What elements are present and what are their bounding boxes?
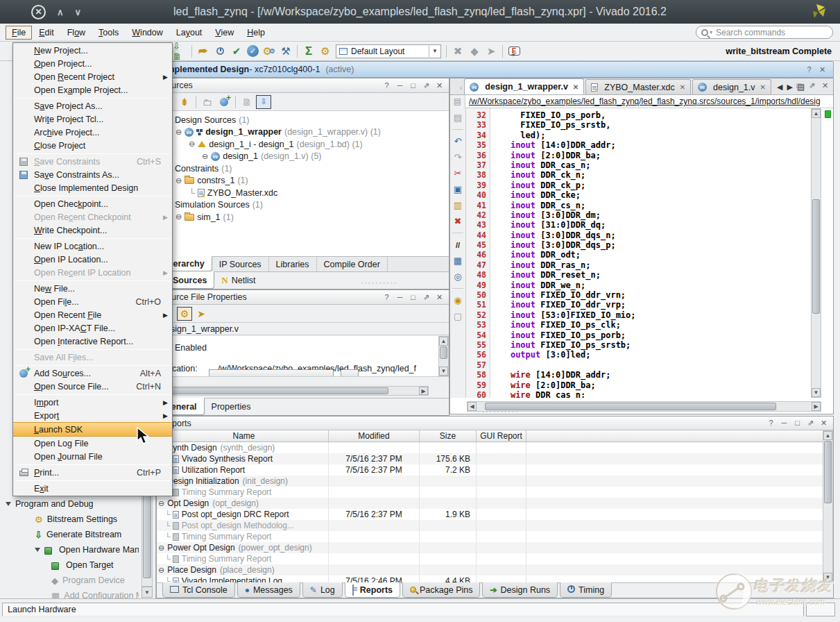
close-icon[interactable]: ✕ (434, 292, 445, 303)
bottom-tab-design-runs[interactable]: ➔Design Runs (482, 582, 558, 598)
dock-tab-netlist[interactable]: NNetlist (214, 272, 262, 289)
tab-ip-sources[interactable]: IP Sources (212, 257, 269, 271)
tab-compile-order[interactable]: Compile Order (317, 257, 388, 271)
splitter-handle[interactable]: ·········· (482, 408, 519, 416)
group-expander-icon[interactable]: ⊖ (158, 544, 164, 553)
layout-selector[interactable]: Default Layout ▼ (336, 44, 441, 58)
undo-icon[interactable]: ↶ (450, 133, 465, 149)
block-select-icon[interactable]: ▦ (450, 253, 465, 269)
maximize-icon[interactable]: □ (792, 418, 803, 428)
float-icon[interactable]: ⇗ (421, 292, 431, 303)
find-icon[interactable]: ◎ (450, 269, 465, 285)
settings-gears-icon[interactable]: ⚙⚙ (262, 44, 277, 59)
menu-edit[interactable]: Edit (33, 26, 60, 40)
float-icon[interactable]: ⇗ (807, 81, 817, 91)
bottom-tab-package-pins[interactable]: Package Pins (402, 582, 480, 598)
report-row[interactable]: └Vivado Implementation Log7/5/16 2:46 PM… (157, 575, 823, 582)
menu-item-exit[interactable]: Exit (13, 482, 172, 495)
paste-icon[interactable]: ▥ (450, 197, 465, 213)
editor-tab-zybo-master-xdc[interactable]: ZYBO_Master.xdc✕ (585, 79, 691, 94)
column-header-size[interactable]: Size (420, 430, 477, 442)
report-row[interactable]: └Vivado Synthesis Report7/5/16 2:37 PM17… (157, 453, 823, 464)
bottom-tab-timing[interactable]: Timing (560, 582, 612, 598)
menu-item-open-example-project[interactable]: Open Example Project... (13, 83, 172, 96)
tree-item-zybo-master-xdc[interactable]: └ZYBO_Master.xdc (157, 187, 449, 199)
menu-file[interactable]: File (6, 26, 32, 40)
bottom-tab-messages[interactable]: ●Messages (237, 582, 300, 598)
tree-item-design-sources[interactable]: Design Sources(1) (157, 114, 449, 126)
report-group-row[interactable]: ⊖Synth Design(synth_design) (157, 442, 823, 453)
menu-item-archive-project[interactable]: Archive Project... (13, 126, 172, 139)
run-stopwatch-icon[interactable] (212, 44, 228, 59)
tree-expander-icon[interactable]: ⊖ (175, 176, 182, 185)
expander-triangle-icon[interactable] (35, 548, 40, 555)
editor-tab-design-1-wrapper-v[interactable]: design_1_wrapper.v✕ (464, 78, 584, 94)
close-tab-icon[interactable]: ✕ (573, 83, 578, 91)
tree-item-simulation-sources[interactable]: Simulation Sources(1) (157, 199, 449, 212)
help-icon[interactable]: ? (766, 418, 776, 428)
bottom-tab-tcl-console[interactable]: Tcl Console (162, 582, 235, 598)
splitter-handle[interactable]: ·········· (361, 279, 397, 287)
flow-nav-program-and-debug[interactable]: Program and Debug (0, 497, 139, 511)
menu-item-export[interactable]: Export▶ (13, 409, 172, 422)
group-expander-icon[interactable]: ⊖ (158, 566, 164, 575)
menu-item-write-checkpoint[interactable]: Write Checkpoint... (13, 224, 172, 237)
close-tab-icon[interactable]: ✕ (680, 83, 685, 91)
minimize-icon[interactable]: ─ (395, 292, 405, 303)
report-group-row[interactable]: ⊖Opt Design(opt_design) (157, 498, 823, 509)
report-sum-icon[interactable]: Σ (301, 44, 316, 59)
flow-nav-open-hardware-manage[interactable]: Open Hardware Manage (0, 543, 139, 557)
close-icon[interactable]: ✕ (820, 81, 830, 91)
properties-gear-icon[interactable]: ⚙ (177, 307, 192, 321)
menu-window[interactable]: Window (126, 26, 169, 40)
tree-item-constraints[interactable]: Constraints(1) (157, 162, 449, 175)
expander-triangle-icon[interactable] (6, 502, 11, 509)
float-icon[interactable]: ⇗ (805, 418, 816, 428)
report-row[interactable]: └Timing Summary Report (157, 531, 823, 542)
tree-item-design-1-i-design-1[interactable]: ⊖design_1_i - design_1(design_1.bd) (1) (157, 138, 449, 151)
tab-scroll-left-icon[interactable]: ‹ (460, 84, 462, 94)
menu-item-launch-sdk[interactable]: Launch SDK (13, 422, 172, 437)
tree-expander-icon[interactable]: ⊖ (189, 140, 195, 149)
maximize-icon[interactable]: □ (794, 81, 804, 91)
prev-file-icon[interactable]: ◀ (777, 83, 782, 92)
maximize-icon[interactable]: □ (408, 81, 418, 91)
window-close-icon[interactable]: ✕ (31, 5, 46, 19)
reports-vscrollbar[interactable]: ▲ ▼ (823, 430, 833, 582)
menu-item-open-recent-file[interactable]: Open Recent File▶ (13, 308, 172, 321)
menu-item-close-project[interactable]: Close Project (13, 139, 172, 152)
menu-view[interactable]: View (209, 26, 240, 40)
report-group-row[interactable]: ⊖Place Design(place_design) (157, 564, 823, 575)
editor-code-area[interactable]: FIXED_IO_ps_porb, FIXED_IO_ps_srstb, led… (490, 108, 810, 398)
menu-item-save-constraints-as[interactable]: Save Constraints As... (13, 168, 172, 181)
menu-item-open-interactive-report[interactable]: Open Interactive Report... (13, 335, 172, 348)
maximize-icon[interactable]: □ (408, 292, 418, 303)
expand-all-icon[interactable]: ⇟ (177, 95, 192, 109)
report-group-row[interactable]: ⊖Design Initialization(init_design) (157, 476, 823, 487)
menu-item-import[interactable]: Import▶ (13, 396, 172, 409)
report-row[interactable]: └Timing Summary Report (157, 487, 823, 498)
help-icon[interactable]: ? (804, 65, 814, 75)
tree-item-design-1[interactable]: ⊖design_1(design_1.v) (5) (157, 151, 449, 163)
timing-constraints-icon[interactable]: ⮫ (196, 44, 211, 59)
report-group-row[interactable]: ⊖Power Opt Design(power_opt_design) (157, 542, 823, 553)
report-row[interactable]: └Post opt_design DRC Report7/5/16 2:37 P… (157, 509, 823, 520)
menu-item-open-file[interactable]: Open File...Ctrl+O (13, 295, 172, 308)
menu-item-new-ip-location[interactable]: New IP Location... (13, 239, 172, 253)
menu-item-new-project[interactable]: New Project... (13, 44, 172, 57)
menu-layout[interactable]: Layout (170, 26, 209, 40)
close-tab-icon[interactable]: ✕ (760, 83, 766, 91)
menu-item-open-log-file[interactable]: Open Log File (13, 437, 172, 450)
menu-tools[interactable]: Tools (92, 26, 125, 40)
save-file-icon[interactable]: ⇩🗎 (173, 44, 188, 59)
prop-tab-properties[interactable]: Properties (205, 398, 258, 415)
editor-hscrollbar[interactable]: ◀ ▶ (467, 401, 821, 412)
validate-design-icon[interactable]: ✓ (247, 45, 259, 57)
menu-help[interactable]: Help (241, 26, 271, 40)
delete-icon[interactable]: ✖ (450, 213, 465, 229)
column-header-modified[interactable]: Modified (329, 430, 420, 442)
menu-item-open-ip-location[interactable]: Open IP Location... (13, 253, 172, 266)
tools-icon[interactable]: ⚒ (278, 44, 293, 59)
scroll-to-selected-icon[interactable]: ⇩ (256, 95, 271, 109)
menu-item-open-project[interactable]: Open Project... (13, 57, 172, 70)
